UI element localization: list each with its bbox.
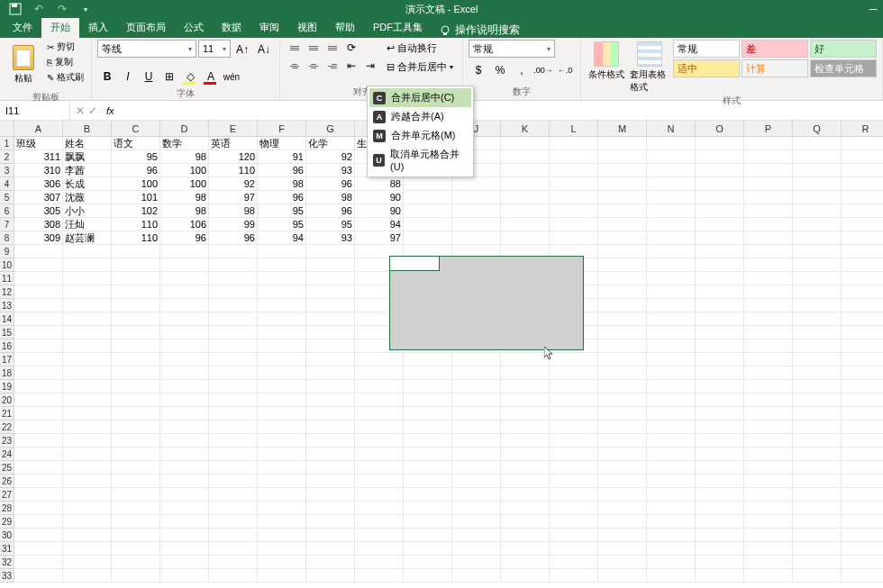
cell[interactable] [550,164,598,177]
row-header[interactable]: 29 [0,515,14,529]
cell[interactable] [696,461,744,475]
row-header[interactable]: 19 [0,380,14,394]
decrease-indent-button[interactable]: ⇤ [342,58,360,74]
cell[interactable] [598,326,647,339]
cell[interactable] [793,326,842,339]
cell[interactable] [598,380,647,394]
cell[interactable]: 班级 [14,137,63,150]
cell[interactable] [112,434,160,448]
cell[interactable] [452,488,501,502]
cell[interactable] [744,569,793,583]
fx-icon[interactable]: fx [103,105,118,116]
cell[interactable] [598,285,647,299]
border-button[interactable]: ⊞ [159,67,179,86]
cell[interactable] [14,339,63,353]
cell[interactable] [842,380,883,394]
cell[interactable] [501,394,550,407]
tab-formulas[interactable]: 公式 [175,17,213,38]
cell[interactable] [452,515,501,529]
cell[interactable] [209,569,258,583]
cell[interactable] [842,434,883,448]
cell[interactable] [550,218,598,231]
row-header[interactable]: 14 [0,312,14,326]
cell[interactable] [696,542,744,556]
fill-color-button[interactable]: ◇ [180,67,200,86]
cell[interactable] [14,312,63,326]
cell[interactable] [355,448,404,461]
cell[interactable] [696,137,744,150]
cell[interactable] [793,150,842,164]
cell[interactable] [793,434,842,448]
cell[interactable] [258,461,306,475]
cell[interactable] [647,258,696,272]
select-all-corner[interactable] [0,121,14,137]
cell[interactable] [647,434,696,448]
cell[interactable] [696,177,744,191]
cell[interactable] [209,339,258,353]
cell[interactable] [744,272,793,285]
cell[interactable] [793,339,842,353]
cell[interactable] [501,204,550,218]
cell[interactable] [63,326,112,339]
cell[interactable] [112,353,160,366]
cell[interactable] [647,150,696,164]
cell[interactable] [501,448,550,461]
cell[interactable] [452,366,501,380]
cell[interactable]: 94 [258,231,306,245]
cell[interactable]: 90 [355,204,404,218]
cell[interactable] [842,312,883,326]
cell[interactable] [209,488,258,502]
cell[interactable] [598,434,647,448]
cell[interactable] [744,366,793,380]
cell[interactable] [598,137,647,150]
align-middle-button[interactable] [305,40,323,56]
tab-view[interactable]: 视图 [288,17,326,38]
cell[interactable] [258,353,306,366]
cell[interactable] [647,272,696,285]
cell[interactable] [404,461,452,475]
cell[interactable] [598,245,647,258]
cell[interactable] [452,394,501,407]
cell[interactable] [306,448,355,461]
cell[interactable] [209,285,258,299]
cell[interactable]: 307 [14,191,63,204]
cell[interactable] [306,245,355,258]
format-painter-button[interactable]: ✎格式刷 [45,70,86,85]
cell[interactable] [793,394,842,407]
cell[interactable] [793,245,842,258]
cell[interactable] [14,461,63,475]
cell[interactable] [696,529,744,542]
cell[interactable] [160,542,209,556]
cell[interactable] [63,339,112,353]
cell[interactable] [63,488,112,502]
cell[interactable] [696,164,744,177]
cell[interactable] [452,461,501,475]
cell[interactable] [793,448,842,461]
cell[interactable] [63,475,112,488]
increase-decimal-button[interactable]: .00→ [533,60,553,80]
cell[interactable]: 306 [14,177,63,191]
cell[interactable] [598,421,647,434]
cell[interactable] [160,475,209,488]
cell[interactable] [550,488,598,502]
cell[interactable] [112,542,160,556]
cell[interactable]: 数学 [160,137,209,150]
cell[interactable] [306,366,355,380]
cell[interactable] [550,204,598,218]
style-check-cell[interactable]: 检查单元格 [810,59,877,77]
cell[interactable] [842,339,883,353]
cell[interactable] [112,285,160,299]
cell[interactable] [404,529,452,542]
cell[interactable] [598,218,647,231]
cell[interactable] [258,394,306,407]
cell[interactable] [14,542,63,556]
cell[interactable] [209,326,258,339]
cell[interactable] [160,326,209,339]
row-headers[interactable]: 1234567891011121314151617181920212223242… [0,137,14,583]
cell[interactable] [598,231,647,245]
cell[interactable] [258,542,306,556]
row-header[interactable]: 12 [0,285,14,299]
cell[interactable] [209,434,258,448]
cell[interactable] [744,502,793,515]
cell[interactable] [501,569,550,583]
